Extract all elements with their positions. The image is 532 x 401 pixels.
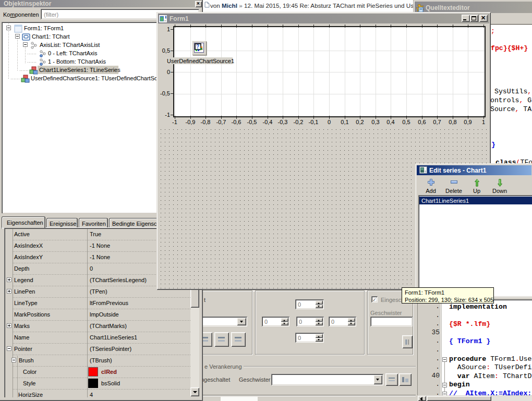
svg-text:?: ? xyxy=(196,44,199,50)
